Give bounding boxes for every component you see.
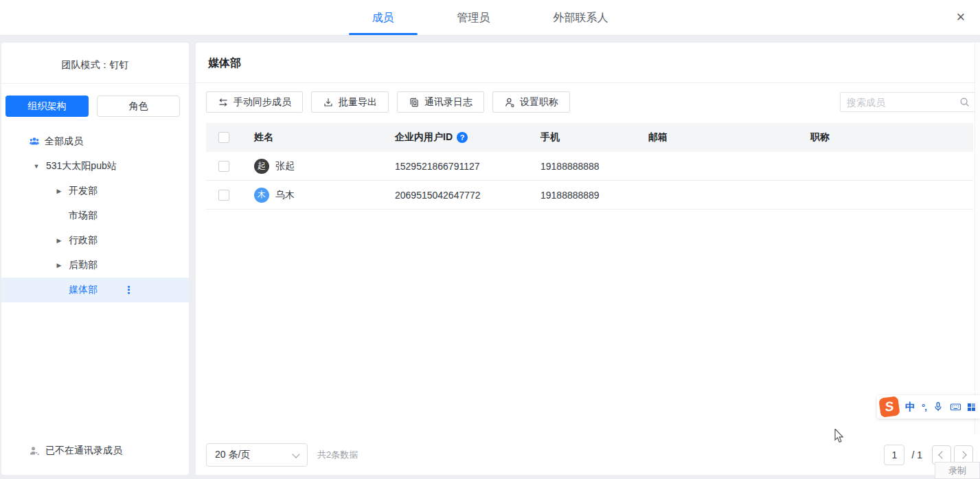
sidebar-item-label: 已不在通讯录成员 <box>45 445 122 457</box>
tree-item-label: 后勤部 <box>69 259 98 271</box>
tab-external-contacts[interactable]: 外部联系人 <box>554 0 608 35</box>
batch-export-button[interactable]: 批量导出 <box>311 91 389 113</box>
row-checkbox-cell <box>206 190 254 201</box>
header-email: 邮箱 <box>648 131 810 144</box>
header-job-title: 职称 <box>810 131 973 144</box>
main-panel: 媒体部 手动同步成员 批量导出 <box>196 43 980 475</box>
tree-item-market-dept[interactable]: 市场部 <box>1 203 189 228</box>
current-page-box[interactable]: 1 <box>884 445 904 465</box>
people-group-icon <box>29 136 40 147</box>
tree-item-media-dept[interactable]: 媒体部 ⋮ <box>1 278 189 302</box>
header-phone: 手机 <box>540 131 648 144</box>
org-structure-button[interactable]: 组织架构 <box>5 96 89 117</box>
member-phone: 19188888888 <box>540 161 648 172</box>
table-header-row: 姓名 企业内用户ID ? 手机 邮箱 职称 <box>206 123 973 152</box>
avatar: 木 <box>254 188 269 203</box>
person-settings-icon <box>504 97 515 108</box>
vertical-scrollbar[interactable] <box>975 43 980 435</box>
header-name: 姓名 <box>254 131 395 144</box>
set-job-title-button[interactable]: 设置职称 <box>492 91 570 113</box>
log-copy-icon <box>409 97 420 108</box>
tree-item-label: 531大太阳pub站 <box>46 160 117 172</box>
ime-punctuation-icon[interactable]: °, <box>922 402 926 412</box>
total-count-label: 共2条数据 <box>317 449 358 461</box>
member-search <box>840 92 977 112</box>
triangle-right-icon[interactable]: ▶ <box>56 262 62 269</box>
title-divider <box>196 82 980 83</box>
department-tree: 全部成员 ▼ 531大太阳pub站 ▶ 开发部 市场部 ▶ 行政部 ▶ 后勤部 … <box>1 129 189 302</box>
close-icon[interactable]: × <box>948 0 973 36</box>
tree-item-admin-dept[interactable]: ▶ 行政部 <box>1 228 189 253</box>
toolbar: 手动同步成员 批量导出 通讯录日志 <box>206 91 977 113</box>
tabs: 成员 管理员 外部联系人 <box>0 0 980 35</box>
manual-sync-button[interactable]: 手动同步成员 <box>206 91 303 113</box>
avatar: 起 <box>254 159 269 174</box>
chevron-down-icon <box>292 450 299 458</box>
sogou-logo-icon[interactable]: S <box>878 396 900 418</box>
microphone-icon[interactable] <box>933 401 944 412</box>
button-label: 手动同步成员 <box>233 96 291 109</box>
button-label: 通讯录日志 <box>424 96 472 109</box>
more-vertical-icon[interactable]: ⋮ <box>124 284 134 296</box>
member-user-id: 2069515042647772 <box>395 190 540 201</box>
tree-item-org-root[interactable]: ▼ 531大太阳pub站 <box>1 154 189 179</box>
table-row[interactable]: 起 张起 1529521866791127 19188888888 <box>206 152 973 181</box>
member-name-cell: 起 张起 <box>254 159 395 174</box>
sidebar-segmented-control: 组织架构 角色 <box>1 84 189 117</box>
table-row[interactable]: 木 乌木 2069515042647772 19188888889 <box>206 181 973 210</box>
row-checkbox[interactable] <box>218 190 229 201</box>
header-label: 企业内用户ID <box>395 131 453 144</box>
person-removed-icon <box>29 445 40 456</box>
help-icon[interactable]: ? <box>457 132 468 143</box>
ime-toolbar: S 中 °, <box>877 395 980 419</box>
header-checkbox-cell <box>206 132 254 143</box>
tree-item-label: 全部成员 <box>45 135 83 148</box>
tab-admins[interactable]: 管理员 <box>457 0 490 35</box>
header-user-id: 企业内用户ID ? <box>395 131 540 144</box>
page-size-select[interactable]: 20 条/页 <box>206 443 308 467</box>
chevron-right-icon <box>959 451 966 458</box>
tree-item-dev-dept[interactable]: ▶ 开发部 <box>1 179 189 203</box>
table-footer: 20 条/页 共2条数据 1 / 1 <box>196 435 980 475</box>
member-phone: 19188888889 <box>540 190 648 201</box>
triangle-right-icon[interactable]: ▶ <box>56 237 62 244</box>
tab-members[interactable]: 成员 <box>372 0 394 35</box>
team-mode-label: 团队模式：钉钉 <box>1 43 189 71</box>
member-name: 乌木 <box>275 189 295 201</box>
tree-item-label: 市场部 <box>69 210 98 222</box>
button-label: 设置职称 <box>520 96 558 109</box>
triangle-right-icon[interactable]: ▶ <box>56 188 62 194</box>
search-icon[interactable] <box>959 97 970 107</box>
ime-chinese-mode-icon[interactable]: 中 <box>905 401 915 414</box>
role-button[interactable]: 角色 <box>97 96 180 117</box>
top-tab-bar: 成员 管理员 外部联系人 × <box>0 0 980 36</box>
tree-item-logistics-dept[interactable]: ▶ 后勤部 <box>1 253 189 278</box>
sidebar-item-removed-members[interactable]: 已不在通讯录成员 <box>29 445 122 457</box>
tree-item-label: 行政部 <box>69 234 98 247</box>
page-total-label: / 1 <box>911 449 922 460</box>
tree-item-all-members[interactable]: 全部成员 <box>1 129 189 154</box>
select-all-checkbox[interactable] <box>218 132 229 143</box>
tree-item-label: 媒体部 <box>69 284 98 296</box>
sidebar: 团队模式：钉钉 组织架构 角色 全部成员 ▼ 531大太阳pub站 ▶ 开发部 <box>1 43 189 475</box>
triangle-down-icon[interactable]: ▼ <box>33 163 40 170</box>
ime-more-icon[interactable] <box>968 403 975 411</box>
page-size-value: 20 条/页 <box>215 449 250 461</box>
contact-log-button[interactable]: 通讯录日志 <box>397 91 484 113</box>
search-input[interactable] <box>847 97 959 108</box>
download-icon <box>323 97 334 108</box>
sync-icon <box>218 97 229 108</box>
row-checkbox-cell <box>206 161 254 172</box>
tree-item-label: 开发部 <box>69 185 98 197</box>
button-label: 批量导出 <box>339 96 377 109</box>
chevron-left-icon <box>938 451 946 458</box>
member-user-id: 1529521866791127 <box>395 161 540 172</box>
member-name: 张起 <box>275 160 295 172</box>
mouse-cursor <box>834 429 845 446</box>
page-title: 媒体部 <box>208 56 968 71</box>
keyboard-icon[interactable] <box>950 401 961 412</box>
record-label: 录制 <box>935 462 980 479</box>
row-checkbox[interactable] <box>218 161 229 172</box>
member-name-cell: 木 乌木 <box>254 188 395 203</box>
